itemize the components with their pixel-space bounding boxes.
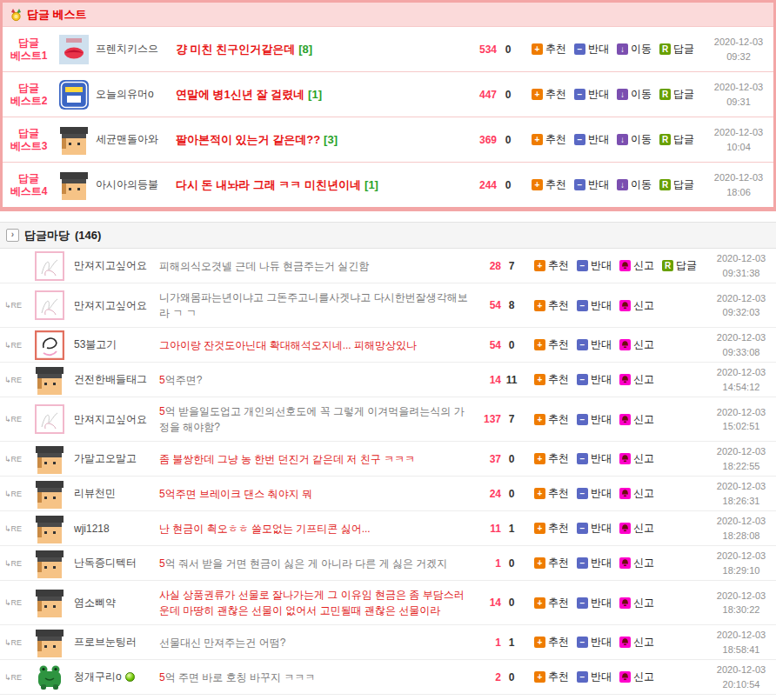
upvote-button[interactable]: +추천 bbox=[532, 177, 566, 192]
move-button[interactable]: ↓이동 bbox=[617, 132, 652, 147]
username-link[interactable]: 리뷰천민 bbox=[74, 486, 159, 501]
downvote-button[interactable]: −반대 bbox=[577, 670, 612, 684]
upvote-count: 24 bbox=[473, 488, 501, 500]
downvote-button[interactable]: −반대 bbox=[577, 412, 612, 427]
boy-avatar bbox=[35, 365, 64, 395]
downvote-button[interactable]: −반대 bbox=[577, 372, 612, 387]
report-button[interactable]: 신고 bbox=[619, 486, 654, 501]
minus-icon: − bbox=[577, 523, 588, 534]
post-title-link[interactable]: 걍 미친 친구인거같은데[8] bbox=[176, 42, 465, 57]
username-link[interactable]: 청개구리o bbox=[74, 670, 159, 684]
username-link[interactable]: 염소삐약 bbox=[74, 596, 159, 610]
move-button[interactable]: ↓이동 bbox=[617, 87, 652, 102]
upvote-button[interactable]: +추천 bbox=[534, 337, 569, 352]
upvote-button[interactable]: +추천 bbox=[534, 258, 569, 273]
comment-row: ↳RE 가말고오말고 좀 불쌍한데 그냥 농 한번 던진거 같은데 저 친구 ㅋ… bbox=[0, 442, 776, 477]
report-button[interactable]: 신고 bbox=[619, 596, 654, 610]
upvote-button[interactable]: +추천 bbox=[534, 372, 569, 387]
downvote-button[interactable]: −반대 bbox=[577, 556, 612, 570]
reply-indent-icon: ↳RE bbox=[0, 673, 30, 682]
upvote-button[interactable]: +추천 bbox=[534, 412, 569, 427]
report-button[interactable]: 신고 bbox=[619, 298, 654, 313]
username-link[interactable]: 난독증디텍터 bbox=[74, 556, 159, 570]
report-button[interactable]: 신고 bbox=[619, 412, 654, 427]
list-icon: › bbox=[6, 229, 19, 242]
username-link[interactable]: 만져지고싶어요 bbox=[74, 258, 159, 273]
upvote-button[interactable]: +추천 bbox=[534, 451, 569, 466]
bell-icon bbox=[619, 374, 631, 385]
downvote-button[interactable]: −반대 bbox=[577, 258, 612, 273]
post-title-link[interactable]: 연말에 병1신년 잘 걸렸네[1] bbox=[176, 87, 465, 103]
reply-button[interactable]: R답글 bbox=[659, 132, 694, 147]
downvote-button[interactable]: −반대 bbox=[574, 177, 609, 192]
username-link[interactable]: 프로브눈팅러 bbox=[74, 635, 159, 650]
downvote-button[interactable]: −반대 bbox=[574, 42, 609, 57]
downvote-count: 0 bbox=[501, 339, 522, 351]
upvote-button[interactable]: +추천 bbox=[534, 670, 569, 684]
downvote-button[interactable]: −반대 bbox=[577, 337, 612, 352]
minus-icon: − bbox=[577, 414, 588, 425]
upvote-button[interactable]: +추천 bbox=[532, 87, 566, 102]
upvote-button[interactable]: +추천 bbox=[534, 521, 569, 536]
report-button[interactable]: 신고 bbox=[619, 451, 654, 466]
post-title-link[interactable]: 다시 돈 내놔라 그래 ㅋㅋ 미친년이네[1] bbox=[176, 177, 465, 193]
comment-row: ↳RE 리뷰천민 5억주면 브레이크 댄스 춰야지 뭐 24 0 +추천 −반대… bbox=[0, 477, 776, 511]
bell-icon bbox=[619, 488, 631, 499]
row-actions: +추천 −반대 신고 bbox=[534, 412, 701, 427]
best-rank-label: 답글베스트3 bbox=[3, 127, 55, 153]
upvote-button[interactable]: +추천 bbox=[534, 298, 569, 313]
move-button[interactable]: ↓이동 bbox=[617, 42, 652, 57]
username-link[interactable]: 가말고오말고 bbox=[74, 451, 159, 466]
username-link[interactable]: 아시아의등불 bbox=[96, 177, 176, 192]
username-link[interactable]: 만져지고싶어요 bbox=[74, 412, 159, 427]
row-actions: +추천 −반대 ↓이동 R답글 bbox=[532, 177, 699, 192]
reply-button[interactable]: R답글 bbox=[659, 177, 694, 192]
report-button[interactable]: 신고 bbox=[619, 521, 654, 536]
report-button[interactable]: 신고 bbox=[619, 635, 654, 650]
timestamp: 2020-12-0310:04 bbox=[704, 125, 773, 154]
comment-text: 난 현금이 쵝오ㅎㅎ 쓸모없는 기프티콘 싫어... bbox=[159, 521, 473, 537]
reply-button[interactable]: R답글 bbox=[662, 258, 697, 273]
post-title-link[interactable]: 팔아본적이 있는거 같은데??[3] bbox=[176, 132, 465, 148]
reply-r-icon: R bbox=[659, 134, 671, 145]
username-link[interactable]: 세균맨돌아와 bbox=[96, 132, 176, 147]
report-button[interactable]: 신고 bbox=[619, 258, 654, 273]
upvote-button[interactable]: +추천 bbox=[534, 486, 569, 501]
username-link[interactable]: 오늘의유머o bbox=[96, 87, 176, 102]
upvote-button[interactable]: +추천 bbox=[532, 132, 566, 147]
upvote-button[interactable]: +추천 bbox=[534, 635, 569, 650]
upvote-button[interactable]: +추천 bbox=[534, 556, 569, 570]
downvote-button[interactable]: −반대 bbox=[574, 132, 609, 147]
downvote-button[interactable]: −반대 bbox=[577, 521, 612, 536]
lips-avatar bbox=[59, 35, 89, 64]
comment-row: ↳RE 53불고기 그아이랑 잔것도아닌대 확대해석오지네... 피해망상있나 … bbox=[0, 328, 776, 363]
downvote-button[interactable]: −반대 bbox=[577, 451, 612, 466]
downvote-button[interactable]: −반대 bbox=[577, 486, 612, 501]
report-button[interactable]: 신고 bbox=[619, 337, 654, 352]
downvote-button[interactable]: −반대 bbox=[577, 298, 612, 313]
downvote-count: 1 bbox=[501, 637, 522, 649]
down-arrow-icon: ↓ bbox=[617, 89, 628, 100]
minus-icon: − bbox=[577, 260, 588, 271]
downvote-button[interactable]: −반대 bbox=[577, 596, 612, 610]
upvote-button[interactable]: +추천 bbox=[534, 596, 569, 610]
username-link[interactable]: wji1218 bbox=[74, 523, 159, 535]
downvote-button[interactable]: −반대 bbox=[577, 635, 612, 650]
report-button[interactable]: 신고 bbox=[619, 556, 654, 570]
downvote-count: 0 bbox=[497, 179, 519, 191]
username-link[interactable]: 건전한배들태그 bbox=[74, 372, 159, 387]
comment-text: 5억주면? bbox=[159, 372, 473, 388]
username-link[interactable]: 53불고기 bbox=[74, 337, 159, 352]
report-button[interactable]: 신고 bbox=[619, 670, 654, 684]
reply-button[interactable]: R답글 bbox=[659, 42, 694, 57]
move-button[interactable]: ↓이동 bbox=[617, 177, 652, 192]
upvote-button[interactable]: +추천 bbox=[532, 42, 566, 57]
row-actions: +추천 −반대 신고 bbox=[534, 635, 701, 650]
username-link[interactable]: 만져지고싶어요 bbox=[74, 298, 159, 313]
upvote-count: 28 bbox=[473, 260, 501, 272]
comment-row: ↳RE 만져지고싶어요 니가왜몸파는년이냐고 그돈주고니를사겟냐고 다시한번잘생… bbox=[0, 283, 776, 328]
reply-button[interactable]: R답글 bbox=[659, 87, 694, 102]
username-link[interactable]: 프렌치키스으 bbox=[96, 42, 176, 57]
downvote-button[interactable]: −반대 bbox=[574, 87, 609, 102]
report-button[interactable]: 신고 bbox=[619, 372, 654, 387]
